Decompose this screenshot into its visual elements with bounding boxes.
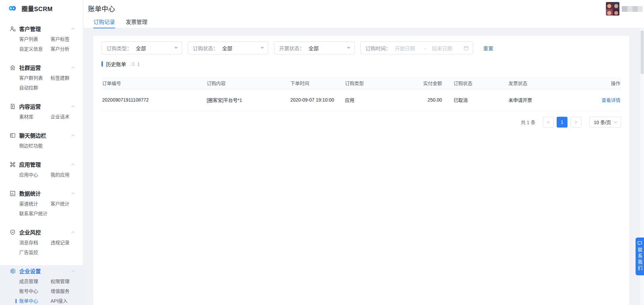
bar-chart-icon: [9, 190, 16, 197]
sidebar-item-custom-info[interactable]: 自定义信息: [19, 44, 51, 54]
col-status: 订购状态: [453, 77, 508, 89]
command-icon: [9, 161, 16, 168]
cell-content: [圈客宝]平台号*1: [206, 89, 290, 111]
section-head-chat-sidebar[interactable]: 聊天侧边栏: [0, 130, 83, 141]
sidebar-item-member-management[interactable]: 成员管理: [19, 277, 51, 286]
brand-name: 圈量SCRM: [22, 4, 53, 13]
sidebar: 圈量SCRM 客户管理 客户列表 客户标签 自定义信息 客户分析: [0, 0, 83, 305]
user-box[interactable]: [606, 2, 643, 16]
chevron-up-icon: [71, 66, 75, 69]
section-head-data-statistics[interactable]: 数据统计: [0, 188, 83, 199]
billing-card: 订购类型： 全部 订购状态： 全部 开票状态： 全部 订购时间： 开始日期: [93, 36, 629, 305]
section-head-community-operations[interactable]: 社群运营: [0, 62, 83, 73]
section-head-customer-management[interactable]: 客户管理: [0, 23, 83, 34]
sidebar-item-my-apps[interactable]: 我的应用: [51, 170, 83, 180]
chevron-up-icon: [71, 28, 75, 30]
sidebar-section-risk-control: 企业风控 消息存档 违规记录 广告监控: [0, 226, 83, 257]
sidebar-item-customer-stats[interactable]: 客户统计: [51, 199, 83, 209]
current-page-button[interactable]: 1: [557, 117, 567, 128]
sidebar-item-auto-group-pull[interactable]: 自动拉群: [19, 83, 51, 93]
section-head-enterprise-settings[interactable]: 企业设置: [0, 265, 83, 277]
chat-bubble-icon: [637, 241, 642, 246]
sidebar-item-sidebar-features[interactable]: 侧边栏功能: [19, 141, 51, 151]
caret-down-icon: [174, 47, 178, 49]
prev-page-button[interactable]: <: [543, 117, 554, 128]
contact-us-button[interactable]: 联系我们: [636, 238, 644, 275]
user-name-redacted: [622, 6, 643, 12]
infinity-logo-icon: [6, 4, 19, 12]
sidebar-section-enterprise-settings: 企业设置 成员管理 权限管理 账号中心 增值服务 账单中心 API接入: [0, 265, 83, 305]
list-count-icon: [130, 62, 135, 66]
history-count: 1: [137, 61, 140, 67]
section-head-content-operations[interactable]: 内容运营: [0, 101, 83, 112]
sidebar-item-contact-customer-stats[interactable]: 联系客户统计: [19, 209, 51, 219]
user-avatar[interactable]: [606, 2, 619, 16]
sidebar-section-customer-management: 客户管理 客户列表 客户标签 自定义信息 客户分析: [0, 23, 83, 54]
calendar-icon: [464, 46, 469, 51]
document-icon: [9, 103, 16, 110]
sidebar-item-customer-tags[interactable]: 客户标签: [51, 34, 83, 44]
col-order-no: 订单编号: [101, 77, 206, 89]
sidebar-item-account-center[interactable]: 账号中心: [19, 286, 51, 296]
page-size-select[interactable]: 10 条/页: [589, 117, 621, 128]
sidebar-item-app-center[interactable]: 应用中心: [19, 170, 51, 180]
sidebar-item-customer-analysis[interactable]: 客户分析: [51, 44, 83, 54]
cell-amount: 250.00: [391, 89, 453, 111]
cell-status: 已取消: [453, 89, 508, 111]
sidebar-item-value-added-services[interactable]: 增值服务: [51, 286, 83, 296]
reset-button[interactable]: 重置: [483, 45, 493, 52]
chevron-up-icon: [71, 105, 75, 108]
sidebar-item-ad-monitoring[interactable]: 广告监控: [19, 248, 51, 257]
history-header: 历史账单 1: [101, 60, 621, 67]
community-icon: [9, 64, 16, 71]
table-header-row: 订单编号 订购内容 下单时间 订购类型 实付金额 订购状态 发票状态 操作: [101, 77, 621, 89]
sidebar-item-customer-list[interactable]: 客户列表: [19, 34, 51, 44]
chevron-down-icon: [614, 121, 617, 123]
sidebar-item-channel-stats[interactable]: 渠道统计: [19, 199, 51, 209]
col-actions: 操作: [582, 77, 621, 89]
scrollbar-thumb[interactable]: [641, 30, 644, 74]
cell-type: 应用: [344, 89, 391, 111]
sidebar-section-chat-sidebar: 聊天侧边栏 侧边栏功能: [0, 130, 83, 151]
caret-down-icon: [347, 47, 350, 49]
invoice-status-select[interactable]: 开票状态： 全部: [274, 41, 355, 54]
sidebar-item-permission-management[interactable]: 权限管理: [51, 277, 83, 286]
tab-invoice-management[interactable]: 发票管理: [126, 17, 147, 28]
contact-us-label: 联系我们: [638, 247, 642, 272]
chat-sidebar-icon: [9, 132, 16, 139]
history-title: 历史账单: [106, 60, 126, 67]
order-time-range-picker[interactable]: 订购时间： 开始日期 → 结束日期: [360, 41, 473, 54]
sidebar-item-customer-group-list[interactable]: 客户群列表: [19, 73, 51, 83]
chevron-up-icon: [71, 134, 75, 137]
sidebar-item-billing-center[interactable]: 账单中心: [19, 296, 51, 305]
top-header: 账单中心 订购记录 发票管理: [84, 0, 644, 28]
sidebar-item-enterprise-scripts[interactable]: 企业话术: [51, 112, 83, 122]
view-details-link[interactable]: 查看详情: [602, 98, 620, 103]
col-content: 订购内容: [206, 77, 290, 89]
billing-table: 订单编号 订购内容 下单时间 订购类型 实付金额 订购状态 发票状态 操作 20…: [101, 77, 621, 111]
sidebar-section-app-management: 应用管理 应用中心 我的应用: [0, 159, 83, 180]
sidebar-item-message-archive[interactable]: 消息存档: [19, 238, 51, 248]
section-head-app-management[interactable]: 应用管理: [0, 159, 83, 170]
sidebar-item-material-library[interactable]: 素材库: [19, 112, 51, 122]
tab-order-records[interactable]: 订购记录: [93, 17, 115, 28]
order-type-select[interactable]: 订购类型： 全部: [101, 41, 182, 54]
filter-bar: 订购类型： 全部 订购状态： 全部 开票状态： 全部 订购时间： 开始日期: [101, 41, 621, 54]
sidebar-item-tag-group-building[interactable]: 标签建群: [51, 73, 83, 83]
caret-down-icon: [261, 47, 264, 49]
range-separator: →: [422, 45, 427, 51]
gear-icon: [9, 268, 16, 274]
sidebar-item-api-access[interactable]: API接入: [51, 296, 83, 305]
start-date-placeholder[interactable]: 开始日期: [395, 45, 415, 52]
pagination: 共 1 条 < 1 > 10 条/页: [101, 117, 621, 128]
order-status-select[interactable]: 订购状态： 全部: [188, 41, 268, 54]
col-time: 下单时间: [290, 77, 344, 89]
section-head-risk-control[interactable]: 企业风控: [0, 226, 83, 238]
brand-logo: 圈量SCRM: [0, 0, 83, 13]
end-date-placeholder[interactable]: 结束日期: [432, 45, 464, 52]
col-invoice: 发票状态: [508, 77, 582, 89]
customer-icon: [9, 26, 16, 32]
next-page-button[interactable]: >: [570, 117, 581, 128]
sidebar-item-violation-records[interactable]: 违规记录: [51, 238, 83, 248]
cell-invoice: 未申请开票: [508, 89, 582, 111]
